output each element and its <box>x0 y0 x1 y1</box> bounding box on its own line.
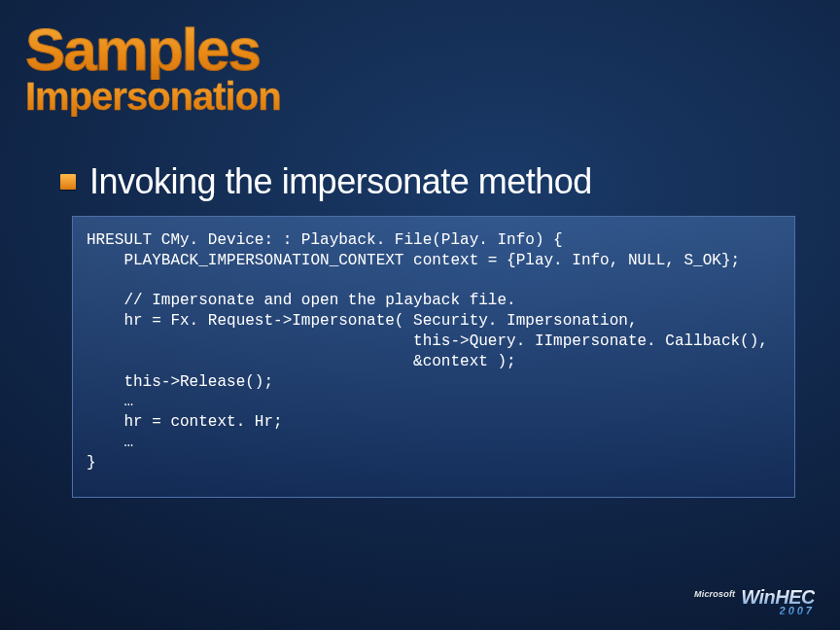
event-year: 2007 <box>780 606 815 616</box>
bullet-text: Invoking the impersonate method <box>89 161 592 202</box>
event-name: WinHEC <box>741 587 815 607</box>
footer-logo: Microsoft WinHEC 2007 <box>694 587 815 616</box>
code-sample-box: HRESULT CMy. Device: : Playback. File(Pl… <box>72 216 795 498</box>
slide-title: Samples <box>25 19 815 80</box>
code-sample: HRESULT CMy. Device: : Playback. File(Pl… <box>87 230 781 473</box>
slide: Samples Impersonation Invoking the imper… <box>0 0 840 630</box>
vendor-label: Microsoft <box>694 589 735 599</box>
square-bullet-icon <box>60 174 76 190</box>
event-logo: WinHEC 2007 <box>741 587 815 616</box>
slide-subtitle: Impersonation <box>25 76 815 117</box>
bullet-row: Invoking the impersonate method <box>60 161 815 202</box>
